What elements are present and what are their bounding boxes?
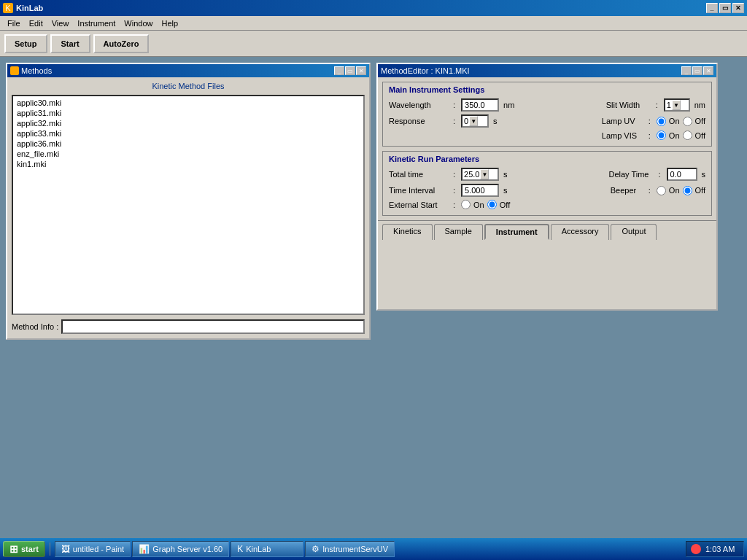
total-time-value: 25.0 [464,170,479,179]
methods-file-list[interactable]: applic30.mkiapplic31.mkiapplic32.mkiappl… [12,95,365,315]
taskbar-item-untitled---paint[interactable]: 🖼untitled - Paint [55,541,131,557]
taskbar-item-graph-server-v1.60[interactable]: 📊Graph Server v1.60 [132,541,229,557]
methods-restore-btn[interactable]: ▭ [345,66,355,75]
autozero-button[interactable]: AutoZero [93,34,150,53]
methods-title-bar: Methods _ ▭ ✕ [7,64,369,77]
lamp-vis-on-radio[interactable] [657,131,666,140]
taskbar-items: 🖼untitled - Paint📊Graph Server v1.60KKin… [55,541,395,557]
total-time-unit: s [503,170,508,179]
beeper-radio-group: On Off [657,186,705,195]
tab-accessory[interactable]: Accessory [551,224,610,240]
close-button[interactable]: ✕ [732,3,744,13]
total-time-dropdown[interactable]: 25.0 ▼ [461,168,499,181]
time-interval-unit: s [503,186,508,195]
minimize-button[interactable]: _ [706,3,718,13]
start-button[interactable]: ⊞ start [3,541,45,557]
menu-view[interactable]: View [47,18,74,29]
response-label: Response [389,117,447,125]
total-time-row: Total time : 25.0 ▼ s Delay Time : s [389,168,705,181]
app-icon: K [3,3,13,13]
method-info-label: Method Info : [12,322,58,331]
lamp-uv-off-label: Off [695,117,705,125]
method-editor-minimize-btn[interactable]: _ [681,66,692,75]
wavelength-row: Wavelength : nm Slit Width : 1 ▼ nm [389,98,705,112]
method-editor-title-bar: MethodEditor : KIN1.MKI _ ▭ ✕ [378,64,716,77]
response-dropdown[interactable]: 0 ▼ [461,114,489,128]
slit-width-label: Slit Width [606,101,650,109]
external-start-label: External Start [389,201,447,209]
file-item[interactable]: applic31.mki [15,108,362,118]
tab-sample[interactable]: Sample [434,224,483,240]
response-arrow[interactable]: ▼ [469,116,478,126]
system-tray: 1:03 AM [686,541,744,557]
total-time-arrow[interactable]: ▼ [480,169,489,179]
time-interval-row: Time Interval : s Beeper : On Off [389,184,705,197]
time-interval-input[interactable] [461,184,499,197]
file-item[interactable]: applic36.mki [15,139,362,149]
method-editor-title: MethodEditor : KIN1.MKI [381,66,470,75]
lamp-uv-on-label: On [669,117,680,125]
lamp-uv-off-radio[interactable] [683,117,692,126]
beeper-on-radio[interactable] [657,186,666,195]
slit-width-unit: nm [694,101,705,109]
main-area: Methods _ ▭ ✕ Kinetic Method Files appli… [0,57,747,538]
wavelength-input[interactable] [461,98,499,112]
menu-file[interactable]: File [3,18,25,29]
beeper-label: Beeper [611,186,643,195]
total-time-label: Total time [389,170,447,179]
start-icon: ⊞ [9,543,18,555]
menu-help[interactable]: Help [157,18,182,29]
response-row: Response : 0 ▼ s Lamp UV : On Off [389,114,705,128]
response-unit: s [493,117,498,125]
method-info-input[interactable] [61,319,365,334]
setup-button[interactable]: Setup [4,34,47,53]
lamp-uv-on-radio[interactable] [657,117,666,126]
start-button[interactable]: Start [50,34,90,53]
start-label: start [21,545,39,553]
lamp-vis-off-radio[interactable] [683,131,692,140]
methods-close-btn[interactable]: ✕ [356,66,366,75]
slit-width-dropdown[interactable]: 1 ▼ [664,98,690,112]
main-instrument-settings: Main Instrument Settings Wavelength : nm… [382,82,712,147]
tab-output[interactable]: Output [611,224,657,240]
taskbar-separator [50,542,50,556]
tab-instrument[interactable]: Instrument [484,224,549,240]
method-editor-controls: _ ▭ ✕ [681,66,713,75]
slit-width-arrow[interactable]: ▼ [672,100,681,110]
title-bar: K KinLab _ ▭ ✕ [0,0,747,16]
system-time: 1:03 AM [705,545,735,553]
external-start-off-radio[interactable] [487,200,497,209]
method-editor-close-btn[interactable]: ✕ [703,66,713,75]
file-item[interactable]: applic33.mki [15,128,362,139]
time-interval-label: Time Interval [389,186,447,195]
restore-button[interactable]: ▭ [719,3,731,13]
response-value: 0 [464,117,468,125]
taskbar-item-kinlab[interactable]: KKinLab [231,541,303,557]
beeper-on-label: On [669,186,680,195]
lamp-vis-row: Lamp VIS : On Off [389,131,705,140]
delay-time-label: Delay Time [608,170,652,179]
lamp-vis-radio-group: On Off [657,131,705,140]
file-item[interactable]: applic30.mki [15,98,362,108]
external-start-row: External Start : On Off [389,200,705,209]
file-item[interactable]: kin1.mki [15,159,362,169]
method-editor-restore-btn[interactable]: ▭ [692,66,703,75]
methods-window-icon [10,66,19,75]
menu-instrument[interactable]: Instrument [73,18,120,29]
methods-minimize-btn[interactable]: _ [334,66,344,75]
beeper-off-radio[interactable] [683,186,692,195]
wavelength-label: Wavelength [389,101,447,109]
delay-time-input[interactable] [667,168,697,181]
lamp-uv-label: Lamp UV [602,117,643,125]
file-item[interactable]: applic32.mki [15,118,362,128]
tab-kinetics[interactable]: Kinetics [382,224,433,240]
external-start-on-radio[interactable] [461,200,471,209]
tray-icon [691,544,701,554]
taskbar-item-instrumentservuv[interactable]: ⚙InstrumentServUV [305,541,395,557]
menu-window[interactable]: Window [120,18,157,29]
menu-edit[interactable]: Edit [25,18,47,29]
lamp-vis-label: Lamp VIS [602,131,643,140]
file-item[interactable]: enz_file.mki [15,149,362,159]
method-info-row: Method Info : [12,319,365,334]
kinetic-params-title: Kinetic Run Parameters [389,155,705,163]
